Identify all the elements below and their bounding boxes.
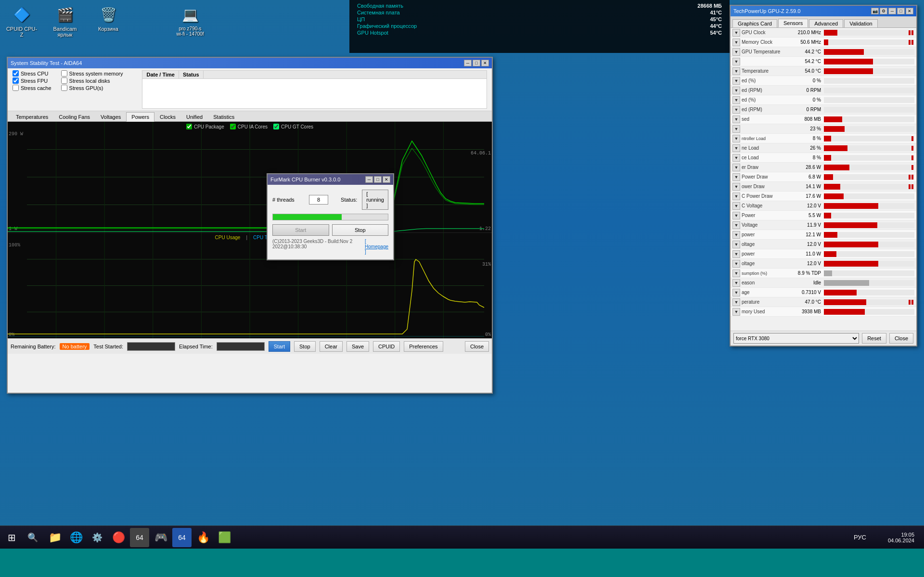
sensor-dropdown-18[interactable]: ▼ [732,202,740,210]
sensor-dropdown-22[interactable]: ▼ [732,241,740,248]
gpuz-gear-btn[interactable]: ⚙ [880,8,887,14]
tab-graphics-card[interactable]: Graphics Card [732,19,777,27]
sensor-dropdown-21[interactable]: ▼ [732,231,740,239]
sensor-dropdown-14[interactable]: ▼ [732,164,740,171]
sensor-dropdown-15[interactable]: ▼ [732,173,740,181]
sensor-dropdown-12[interactable]: ▼ [732,144,740,152]
furmark-start-button[interactable]: Start [272,224,329,236]
korzina-label: Корзина [98,26,118,32]
aida-start-button[interactable]: Start [269,341,290,352]
aida-window-controls: ─ □ ✕ [464,60,489,66]
furmark-homepage-link[interactable]: [ Homepage ] [365,239,388,255]
start-button[interactable]: ⊞ [0,526,23,549]
sensor-ce-load: ▼ ce Load 8 % [731,153,916,163]
aida-save-button[interactable]: Save [346,341,369,352]
taskbar-app-file-explorer[interactable]: 📁 [45,528,64,547]
sensor-dropdown-19[interactable]: ▼ [732,212,740,219]
taskbar-app-settings[interactable]: ⚙️ [88,528,107,547]
sensor-dropdown-0[interactable]: ▼ [732,29,740,37]
sensor-dropdown-6[interactable]: ▼ [732,87,740,94]
taskbar-search-button[interactable]: 🔍 [24,529,41,546]
aida-close-btn[interactable]: ✕ [481,60,489,66]
sensor-dropdown-29[interactable]: ▼ [732,308,740,316]
sensor-dropdown-2[interactable]: ▼ [732,48,740,56]
sensor-dropdown-10[interactable]: ▼ [732,125,740,133]
furmark-close-btn[interactable]: ✕ [383,176,390,183]
tab-cooling-fans[interactable]: Cooling Fans [53,112,95,121]
aida-preferences-button[interactable]: Preferences [404,341,443,352]
aida-stop-button[interactable]: Stop [294,341,316,352]
furmark-restore-btn[interactable]: □ [374,176,382,183]
checkbox-stress-disks[interactable]: Stress local disks [61,77,123,84]
desktop-icon-bandicam[interactable]: 🎬 Bandicam ярлык [48,5,82,38]
checkbox-stress-fpu[interactable]: Stress FPU [13,77,51,84]
furmark-minimize-btn[interactable]: ─ [365,176,373,183]
test-started-label: Test Started: [93,344,123,349]
taskbar-app-edge[interactable]: 🌐 [66,528,86,547]
tab-statistics[interactable]: Statistics [208,112,240,121]
checkbox-stress-cache[interactable]: Stress cache [13,85,51,91]
desktop-icon-korzina[interactable]: 🗑️ Корзина [91,5,125,38]
taskbar-app-64-1[interactable]: 64 [130,528,149,547]
tab-unified[interactable]: Unified [181,112,208,121]
sensor-dropdown-28[interactable]: ▼ [732,298,740,306]
gpuz-close-button[interactable]: Close [889,333,913,344]
hud-value-2: 45°C [710,16,722,22]
proz790-label: pro z790-s wi-fi - 14700f [176,26,204,37]
gpuz-reset-button[interactable]: Reset [862,333,886,344]
sensor-tdp: ▼ sumption (%) 8.9 % TDP [731,269,916,278]
tab-voltages[interactable]: Voltages [95,112,126,121]
log-header: Date / Time Status [142,71,487,79]
gpuz-camera-btn[interactable]: 📷 [871,8,879,14]
sensor-dropdown-24[interactable]: ▼ [732,260,740,268]
aida-clear-button[interactable]: Clear [320,341,343,352]
sensor-dropdown-4[interactable]: ▼ [732,67,740,75]
tab-temperatures[interactable]: Temperatures [11,112,53,121]
aida-minimize-btn[interactable]: ─ [464,60,472,66]
gpuz-close-btn[interactable]: ✕ [906,8,913,14]
sensor-dropdown-3[interactable]: ▼ [732,58,740,65]
tab-powers[interactable]: Powers [126,112,154,122]
sensor-dropdown-26[interactable]: ▼ [732,279,740,287]
checkbox-stress-gpu[interactable]: Stress GPU(s) [61,85,123,91]
sensor-dropdown-13[interactable]: ▼ [732,154,740,162]
desktop-icon-cpuid[interactable]: 🔷 CPUID CPU-Z [5,5,38,38]
sensor-dropdown-1[interactable]: ▼ [732,38,740,46]
gpuz-minimize-btn[interactable]: ─ [888,8,896,14]
tab-clocks[interactable]: Clocks [154,112,181,121]
sensor-dropdown-25[interactable]: ▼ [732,269,740,277]
taskbar-app-64-2[interactable]: 64 [172,528,192,547]
gpuz-restore-btn[interactable]: □ [897,8,905,14]
sensor-dropdown-11[interactable]: ▼ [732,135,740,142]
sensor-bar-24 [824,261,878,267]
sensor-dropdown-7[interactable]: ▼ [732,96,740,104]
aida-close-button[interactable]: Close [465,341,489,352]
furmark-threads-input[interactable] [309,195,328,205]
graph-panel-top: CPU Package CPU IA Cores CPU GT Cores 29… [8,122,492,232]
taskbar-app-red[interactable]: 🔴 [109,528,128,547]
taskbar-app-fire[interactable]: 🔥 [193,528,213,547]
desktop-icon-proz790[interactable]: 💻 pro z790-s wi-fi - 14700f [173,5,207,38]
sensor-memory-clock: ▼ Memory Clock 50.6 MHz [731,38,916,47]
checkbox-stress-cpu[interactable]: Stress CPU [13,70,51,77]
tab-sensors[interactable]: Sensors [778,19,808,27]
checkbox-stress-memory[interactable]: Stress system memory [61,70,123,77]
aida-cpuid-button[interactable]: CPUID [373,341,400,352]
sensor-dropdown-20[interactable]: ▼ [732,221,740,229]
sensor-dropdown-8[interactable]: ▼ [732,106,740,114]
aida-restore-btn[interactable]: □ [473,60,480,66]
sensor-bar-26 [824,280,869,286]
hud-label-3: Графический процессор [357,23,417,29]
sensor-dropdown-27[interactable]: ▼ [732,289,740,296]
furmark-stop-button[interactable]: Stop [332,224,389,236]
sensor-dropdown-17[interactable]: ▼ [732,192,740,200]
sensor-dropdown-9[interactable]: ▼ [732,115,740,123]
sensor-dropdown-5[interactable]: ▼ [732,77,740,85]
sensor-dropdown-16[interactable]: ▼ [732,183,740,191]
tab-advanced[interactable]: Advanced [809,19,843,27]
gpuz-gpu-select[interactable]: force RTX 3080 [733,333,859,344]
taskbar-app-green[interactable]: 🟩 [215,528,234,547]
sensor-dropdown-23[interactable]: ▼ [732,250,740,258]
tab-validation[interactable]: Validation [844,19,878,27]
taskbar-app-game[interactable]: 🎮 [151,528,170,547]
